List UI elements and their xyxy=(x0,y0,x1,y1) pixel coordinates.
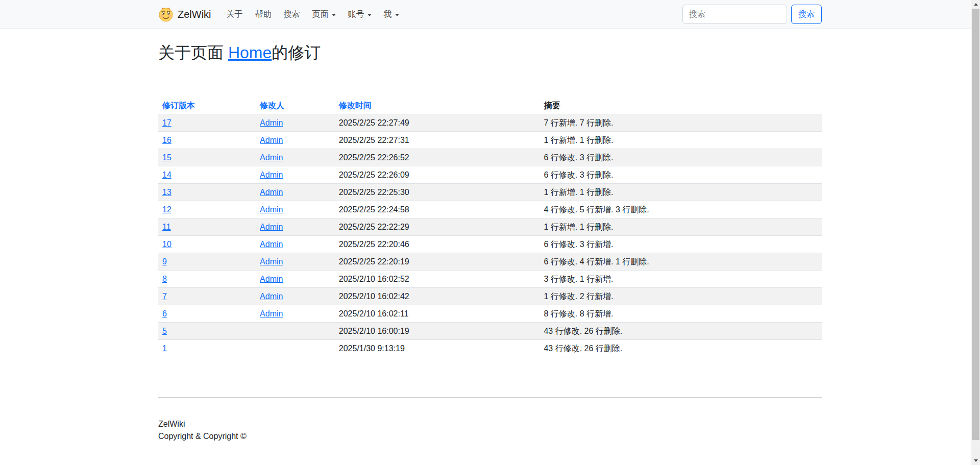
author-link[interactable]: Admin xyxy=(260,170,283,179)
author-link[interactable]: Admin xyxy=(260,275,283,283)
title-suffix: 的修订 xyxy=(272,43,321,62)
revision-link[interactable]: 6 xyxy=(162,309,167,318)
author-link[interactable]: Admin xyxy=(260,188,283,197)
table-row: 8Admin2025/2/10 16:02:523 行修改. 1 行新增. xyxy=(158,271,822,288)
table-row: 12Admin2025/2/25 22:24:584 行修改. 5 行新增. 3… xyxy=(158,201,822,218)
page-home-link[interactable]: Home xyxy=(228,43,272,62)
page-title: 关于页面 Home的修订 xyxy=(158,43,822,62)
revision-link[interactable]: 9 xyxy=(162,257,167,266)
scroll-up-button[interactable] xyxy=(971,0,980,9)
time-cell: 2025/2/10 16:00:19 xyxy=(335,323,540,340)
table-row: 16Admin2025/2/25 22:27:311 行新增. 1 行删除. xyxy=(158,132,822,149)
search-form: 搜索 xyxy=(682,5,822,24)
table-row: 17Admin2025/2/25 22:27:497 行新增. 7 行删除. xyxy=(158,114,822,132)
summary-cell: 1 行新增. 1 行删除. xyxy=(540,132,822,149)
revision-link[interactable]: 16 xyxy=(162,136,172,144)
brand-label: ZelWiki xyxy=(178,9,211,20)
revision-link[interactable]: 13 xyxy=(162,188,172,197)
revision-cell: 8 xyxy=(158,271,256,288)
summary-cell: 6 行修改. 4 行新增. 1 行删除. xyxy=(540,253,822,271)
search-button[interactable]: 搜索 xyxy=(791,5,822,24)
revision-cell: 1 xyxy=(158,340,256,357)
revision-link[interactable]: 14 xyxy=(162,170,172,179)
title-prefix: 关于页面 xyxy=(158,43,228,62)
revision-link[interactable]: 7 xyxy=(162,292,167,301)
table-row: 13Admin2025/2/25 22:25:301 行新增. 1 行删除. xyxy=(158,184,822,201)
time-cell: 2025/2/10 16:02:52 xyxy=(335,271,540,288)
search-input[interactable] xyxy=(682,5,787,24)
table-row: 52025/2/10 16:00:1943 行修改. 26 行删除. xyxy=(158,323,822,340)
footer-divider xyxy=(158,397,822,398)
revision-link[interactable]: 1 xyxy=(162,344,167,353)
author-cell: Admin xyxy=(256,132,335,149)
time-cell: 2025/2/25 22:24:58 xyxy=(335,201,540,218)
nav-item-about[interactable]: 关于 xyxy=(220,5,249,24)
author-cell: Admin xyxy=(256,218,335,236)
revision-link[interactable]: 15 xyxy=(162,153,172,162)
summary-cell: 3 行修改. 1 行新增. xyxy=(540,271,822,288)
summary-cell: 1 行修改. 2 行新增. xyxy=(540,288,822,305)
author-cell xyxy=(256,323,335,340)
main-content: 关于页面 Home的修订 修订版本 修改人 修改时间 摘要 17Admin202… xyxy=(158,29,822,443)
author-cell: Admin xyxy=(256,201,335,218)
revision-link[interactable]: 5 xyxy=(162,327,167,335)
summary-cell: 43 行修改. 26 行删除. xyxy=(540,323,822,340)
table-row: 9Admin2025/2/25 22:20:196 行修改. 4 行新增. 1 … xyxy=(158,253,822,271)
author-link[interactable]: Admin xyxy=(260,118,283,127)
table-row: 11Admin2025/2/25 22:22:291 行新增. 1 行删除. xyxy=(158,218,822,236)
revision-cell: 7 xyxy=(158,288,256,305)
revision-link[interactable]: 8 xyxy=(162,275,167,283)
author-link[interactable]: Admin xyxy=(260,153,283,162)
revision-cell: 12 xyxy=(158,201,256,218)
chevron-down-icon xyxy=(332,14,336,16)
author-link[interactable]: Admin xyxy=(260,309,283,318)
summary-cell: 43 行修改. 26 行删除. xyxy=(540,340,822,357)
sort-time-header[interactable]: 修改时间 xyxy=(339,101,372,110)
time-cell: 2025/2/25 22:26:52 xyxy=(335,149,540,166)
revision-cell: 17 xyxy=(158,114,256,132)
author-link[interactable]: Admin xyxy=(260,205,283,214)
summary-cell: 4 行修改. 5 行新增. 3 行删除. xyxy=(540,201,822,218)
author-cell: Admin xyxy=(256,305,335,323)
author-cell: Admin xyxy=(256,184,335,201)
author-link[interactable]: Admin xyxy=(260,223,283,231)
chevron-down-icon xyxy=(395,14,399,16)
brand-link[interactable]: ZelWiki xyxy=(158,7,211,22)
smiley-emoji-icon xyxy=(158,7,174,22)
revision-cell: 5 xyxy=(158,323,256,340)
revision-cell: 9 xyxy=(158,253,256,271)
nav-item-help[interactable]: 帮助 xyxy=(249,5,278,24)
author-link[interactable]: Admin xyxy=(260,136,283,144)
revision-link[interactable]: 12 xyxy=(162,205,172,214)
revision-link[interactable]: 10 xyxy=(162,240,172,249)
revision-link[interactable]: 17 xyxy=(162,118,172,127)
main-nav: 关于 帮助 搜索 页面 账号 我 xyxy=(220,5,405,24)
table-row: 7Admin2025/2/10 16:02:421 行修改. 2 行新增. xyxy=(158,288,822,305)
table-row: 12025/1/30 9:13:1943 行修改. 26 行删除. xyxy=(158,340,822,357)
sort-author-header[interactable]: 修改人 xyxy=(260,101,284,110)
author-cell: Admin xyxy=(256,236,335,253)
revision-table: 修订版本 修改人 修改时间 摘要 17Admin2025/2/25 22:27:… xyxy=(158,97,822,357)
author-link[interactable]: Admin xyxy=(260,257,283,266)
author-link[interactable]: Admin xyxy=(260,292,283,301)
author-link[interactable]: Admin xyxy=(260,240,283,249)
table-row: 10Admin2025/2/25 22:20:466 行修改. 3 行新增. xyxy=(158,236,822,253)
summary-cell: 1 行新增. 1 行删除. xyxy=(540,218,822,236)
author-cell: Admin xyxy=(256,149,335,166)
nav-item-account-dropdown[interactable]: 账号 xyxy=(342,5,378,24)
time-cell: 2025/2/25 22:20:46 xyxy=(335,236,540,253)
scroll-down-button[interactable] xyxy=(971,456,980,465)
revision-cell: 14 xyxy=(158,166,256,184)
time-cell: 2025/2/25 22:27:31 xyxy=(335,132,540,149)
scrollbar-thumb[interactable] xyxy=(972,9,979,440)
sort-revision-header[interactable]: 修订版本 xyxy=(162,101,195,110)
nav-item-pages-dropdown[interactable]: 页面 xyxy=(306,5,342,24)
scrollbar[interactable] xyxy=(971,0,980,465)
nav-item-search[interactable]: 搜索 xyxy=(278,5,306,24)
summary-header: 摘要 xyxy=(540,97,822,114)
nav-item-me-dropdown[interactable]: 我 xyxy=(378,5,405,24)
revision-link[interactable]: 11 xyxy=(162,223,171,231)
author-cell: Admin xyxy=(256,271,335,288)
time-cell: 2025/2/25 22:20:19 xyxy=(335,253,540,271)
footer: ZelWiki Copyright & Copyright © xyxy=(158,418,822,443)
